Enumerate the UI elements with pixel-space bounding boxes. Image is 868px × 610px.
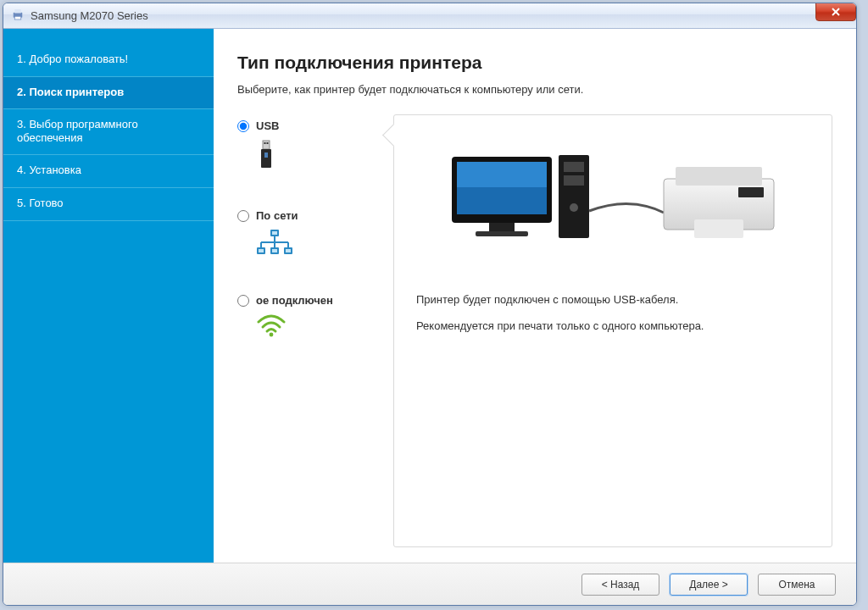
svg-rect-11 [272, 231, 277, 235]
svg-rect-35 [694, 219, 743, 238]
usb-illustration [416, 141, 810, 268]
svg-point-32 [570, 203, 578, 212]
detail-line-2: Рекомендуется при печати только с одного… [416, 319, 810, 332]
radio-wireless[interactable] [237, 295, 249, 307]
svg-rect-34 [676, 167, 762, 186]
option-network[interactable]: По сети [237, 209, 387, 260]
svg-rect-6 [264, 142, 266, 144]
step-welcome[interactable]: 1. Добро пожаловать! [3, 44, 214, 77]
svg-rect-27 [489, 223, 515, 231]
connection-detail-panel: Принтер будет подключен с помощью USB-ка… [393, 114, 832, 547]
svg-rect-1 [14, 9, 21, 14]
page-subtitle: Выберите, как принтер будет подключаться… [237, 83, 832, 96]
close-icon [831, 7, 841, 17]
back-button[interactable]: < Назад [581, 574, 659, 596]
radio-usb[interactable] [237, 120, 249, 132]
next-button[interactable]: Далее > [670, 574, 748, 596]
wizard-sidebar: 1. Добро пожаловать! 2. Поиск принтеров … [3, 29, 214, 563]
installer-window: Samsung M2070 Series 1. Добро пожаловать… [3, 3, 857, 606]
svg-rect-26 [457, 162, 547, 187]
step-search-printers[interactable]: 2. Поиск принтеров [3, 77, 214, 110]
connection-options: USB [237, 114, 387, 547]
close-button[interactable] [815, 3, 856, 21]
svg-rect-2 [14, 16, 21, 19]
svg-rect-28 [476, 231, 528, 236]
option-label-wireless[interactable]: ое подключен [256, 294, 333, 307]
option-wireless[interactable]: ое подключен [237, 294, 387, 340]
usb-icon [256, 139, 276, 175]
cancel-button[interactable]: Отмена [758, 574, 836, 596]
window-title: Samsung M2070 Series [31, 9, 148, 22]
svg-rect-31 [564, 175, 584, 186]
svg-rect-22 [286, 249, 291, 252]
svg-point-23 [270, 333, 274, 337]
wifi-icon [256, 313, 287, 340]
printer-icon [10, 7, 25, 25]
svg-rect-18 [259, 249, 264, 252]
title-bar: Samsung M2070 Series [3, 3, 856, 29]
main-panel: Тип подключения принтера Выберите, как п… [214, 29, 856, 563]
option-label-usb[interactable]: USB [256, 119, 279, 132]
step-done[interactable]: 5. Готово [3, 188, 214, 221]
step-choose-software[interactable]: 3. Выбор программного обеспечения [3, 109, 214, 155]
svg-rect-9 [264, 152, 268, 158]
option-usb[interactable]: USB [237, 119, 387, 175]
svg-rect-7 [267, 142, 269, 144]
radio-network[interactable] [237, 210, 249, 222]
step-install[interactable]: 4. Установка [3, 155, 214, 188]
network-icon [256, 229, 293, 260]
svg-rect-5 [263, 141, 270, 149]
svg-rect-8 [261, 149, 271, 168]
page-title: Тип подключения принтера [237, 53, 832, 73]
option-label-network[interactable]: По сети [256, 209, 298, 222]
wizard-footer: < Назад Далее > Отмена [3, 563, 856, 605]
svg-rect-20 [272, 249, 277, 252]
detail-line-1: Принтер будет подключен с помощью USB-ка… [416, 293, 810, 306]
svg-rect-36 [738, 187, 764, 197]
svg-rect-30 [564, 162, 584, 172]
